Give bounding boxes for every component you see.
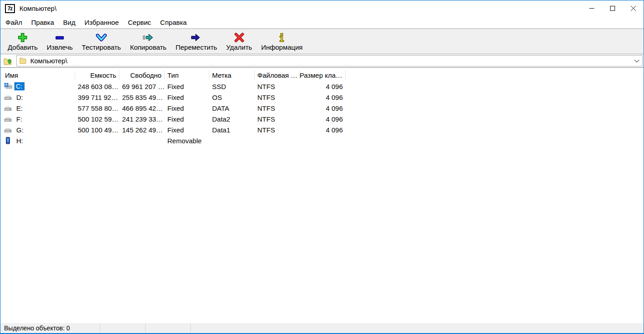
table-row-drive-c[interactable]: C: 248 603 08… 69 961 207 … Fixed SSD NT… bbox=[0, 81, 644, 92]
window-title: Компьютер\ bbox=[19, 5, 57, 12]
address-path[interactable]: Компьютер\ bbox=[30, 57, 631, 65]
menu-bar: Файл Правка Вид Избранное Сервис Справка bbox=[0, 16, 644, 28]
cell-free: 241 239 33… bbox=[119, 115, 165, 123]
drive-name[interactable]: F: bbox=[14, 115, 24, 123]
test-button[interactable]: Тестировать bbox=[77, 31, 126, 52]
menu-edit[interactable]: Правка bbox=[27, 17, 59, 28]
cell-free: 255 835 49… bbox=[119, 94, 165, 101]
fixed-drive-icon bbox=[4, 104, 12, 112]
delete-x-icon bbox=[234, 32, 244, 43]
app-window: 7z Компьютер\ Файл Правка Вид Избранное … bbox=[0, 0, 644, 334]
cell-label: DATA bbox=[209, 104, 255, 112]
cell-capacity: 248 603 08… bbox=[75, 83, 119, 90]
cell-type: Fixed bbox=[165, 94, 209, 101]
folder-icon bbox=[19, 57, 27, 65]
cell-capacity: 500 102 59… bbox=[75, 115, 119, 123]
cell-filesystem: NTFS bbox=[255, 126, 300, 134]
removable-drive-icon bbox=[4, 137, 12, 144]
maximize-icon bbox=[610, 6, 615, 11]
add-button-label: Добавить bbox=[8, 43, 38, 51]
fixed-drive-icon bbox=[4, 94, 12, 101]
menu-file[interactable]: Файл bbox=[1, 17, 27, 28]
move-button[interactable]: Переместить bbox=[171, 31, 222, 52]
copy-arrow-icon bbox=[142, 32, 154, 43]
combobox-dropdown-button[interactable] bbox=[631, 59, 642, 63]
cell-clustersize: 4 096 bbox=[300, 115, 346, 123]
extract-button-label: Извлечь bbox=[47, 43, 73, 51]
maximize-button[interactable] bbox=[602, 0, 623, 16]
extract-button[interactable]: Извлечь bbox=[42, 31, 77, 52]
folder-up-button[interactable] bbox=[1, 55, 15, 67]
fixed-drive-icon bbox=[4, 126, 12, 133]
cell-clustersize: 4 096 bbox=[300, 94, 346, 101]
status-panel-4 bbox=[191, 323, 644, 333]
table-row-drive-d[interactable]: D: 399 711 92… 255 835 49… Fixed OS NTFS… bbox=[0, 92, 644, 103]
status-selected-objects: Выделено объектов: 0 bbox=[0, 323, 100, 333]
add-button[interactable]: Добавить bbox=[3, 31, 42, 52]
status-panel-3 bbox=[146, 323, 191, 333]
menu-view[interactable]: Вид bbox=[59, 17, 80, 28]
close-button[interactable] bbox=[623, 0, 644, 16]
cell-free: 145 262 49… bbox=[119, 126, 165, 134]
cell-clustersize: 4 096 bbox=[300, 83, 346, 90]
test-check-icon bbox=[96, 32, 107, 43]
move-arrow-icon bbox=[190, 32, 202, 43]
column-header-clustersize[interactable]: Размер кла… bbox=[300, 71, 346, 80]
drive-name[interactable]: D: bbox=[14, 94, 25, 101]
delete-button-label: Удалить bbox=[226, 43, 252, 51]
test-button-label: Тестировать bbox=[82, 43, 121, 51]
title-bar[interactable]: 7z Компьютер\ bbox=[0, 0, 644, 16]
address-combobox[interactable]: Компьютер\ bbox=[16, 55, 643, 66]
address-bar-row: Компьютер\ bbox=[0, 54, 644, 67]
column-header-name[interactable]: Имя bbox=[0, 71, 75, 80]
cell-label: Data2 bbox=[209, 115, 255, 123]
move-button-label: Переместить bbox=[175, 43, 217, 51]
column-header-filesystem[interactable]: Файловая … bbox=[255, 71, 300, 80]
close-icon bbox=[631, 6, 636, 11]
cell-label: OS bbox=[209, 94, 255, 101]
column-header-label[interactable]: Метка bbox=[209, 71, 255, 80]
cell-label: Data1 bbox=[209, 126, 255, 134]
table-row-drive-e[interactable]: E: 577 558 80… 466 895 42… Fixed DATA NT… bbox=[0, 103, 644, 113]
cell-clustersize: 4 096 bbox=[300, 104, 346, 112]
cell-type: Fixed bbox=[165, 104, 209, 112]
caption-buttons bbox=[581, 0, 644, 16]
cell-filesystem: NTFS bbox=[255, 104, 300, 112]
copy-button[interactable]: Копировать bbox=[125, 31, 171, 52]
table-row-drive-g[interactable]: G: 500 100 49… 145 262 49… Fixed Data1 N… bbox=[0, 124, 644, 135]
menu-tools[interactable]: Сервис bbox=[123, 17, 156, 28]
cell-free: 69 961 207 … bbox=[119, 83, 165, 90]
add-plus-icon bbox=[18, 32, 28, 43]
menu-help[interactable]: Справка bbox=[156, 17, 191, 28]
drive-name[interactable]: E: bbox=[14, 104, 24, 112]
menu-favorites[interactable]: Избранное bbox=[80, 17, 123, 28]
cell-type: Removable bbox=[165, 137, 209, 145]
cell-type: Fixed bbox=[165, 115, 209, 123]
cell-filesystem: NTFS bbox=[255, 94, 300, 101]
info-icon bbox=[277, 32, 287, 43]
table-row-drive-f[interactable]: F: 500 102 59… 241 239 33… Fixed Data2 N… bbox=[0, 113, 644, 124]
column-header-free[interactable]: Свободно bbox=[119, 71, 165, 80]
drive-name[interactable]: G: bbox=[14, 126, 25, 134]
cell-capacity: 500 100 49… bbox=[75, 126, 119, 134]
cell-free: 466 895 42… bbox=[119, 104, 165, 112]
list-header: Имя Емкость Свободно Тип Метка Файловая … bbox=[0, 69, 644, 81]
drive-name[interactable]: H: bbox=[14, 137, 25, 145]
minimize-button[interactable] bbox=[581, 0, 602, 16]
column-header-capacity[interactable]: Емкость bbox=[75, 71, 119, 80]
table-row-drive-h[interactable]: H: Removable bbox=[0, 135, 644, 146]
status-panel-2 bbox=[100, 323, 146, 333]
cell-label: SSD bbox=[209, 83, 255, 90]
app-icon-7zip: 7z bbox=[5, 4, 15, 13]
chevron-down-icon bbox=[634, 59, 639, 63]
info-button[interactable]: Информация bbox=[256, 31, 307, 52]
info-button-label: Информация bbox=[261, 43, 303, 51]
drive-list: Имя Емкость Свободно Тип Метка Файловая … bbox=[0, 68, 644, 323]
cell-capacity: 577 558 80… bbox=[75, 104, 119, 112]
fixed-drive-icon bbox=[4, 115, 12, 122]
delete-button[interactable]: Удалить bbox=[222, 31, 256, 52]
system-drive-icon bbox=[4, 83, 12, 90]
minimize-icon bbox=[589, 6, 594, 11]
column-header-type[interactable]: Тип bbox=[165, 71, 209, 80]
drive-name-selected[interactable]: C: bbox=[14, 82, 24, 90]
